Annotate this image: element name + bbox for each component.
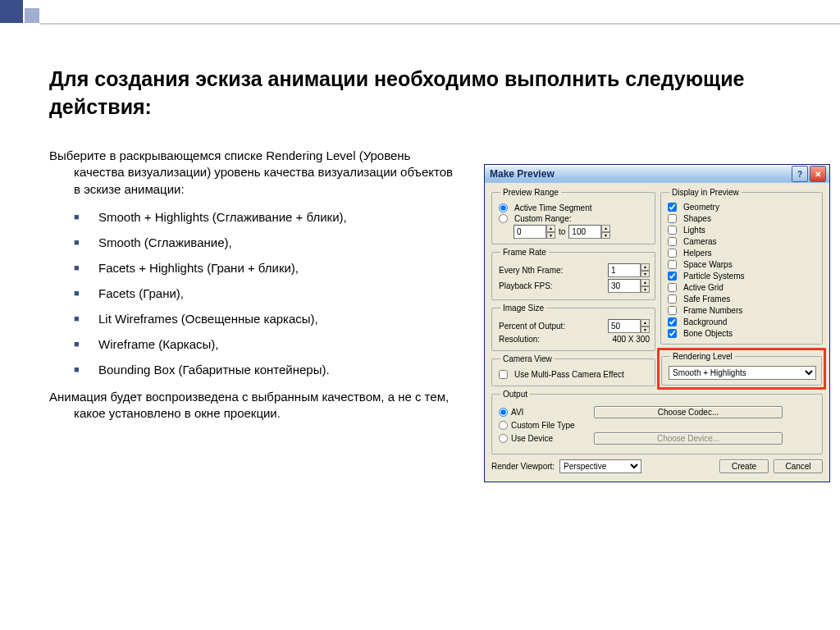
spin-up[interactable]: ▴ bbox=[546, 225, 555, 232]
display-checkbox[interactable] bbox=[668, 306, 677, 315]
display-item: Safe Frames bbox=[668, 294, 817, 304]
dialog-body: Preview Range Active Time Segment Custom… bbox=[485, 183, 829, 482]
render-viewport-label: Render Viewport: bbox=[491, 462, 555, 471]
spin-down[interactable]: ▾ bbox=[641, 326, 650, 334]
use-device-radio[interactable] bbox=[499, 434, 508, 443]
rendering-level-highlight: Rendering Level Smooth + Highlights bbox=[657, 348, 826, 390]
display-checkbox[interactable] bbox=[668, 203, 677, 212]
spin-down[interactable]: ▾ bbox=[601, 232, 610, 240]
display-checkbox[interactable] bbox=[668, 272, 677, 281]
rendering-level-select[interactable]: Smooth + Highlights bbox=[669, 366, 816, 380]
display-item: Shapes bbox=[668, 214, 817, 223]
cancel-button[interactable]: Cancel bbox=[774, 459, 823, 473]
custom-range-label: Custom Range: bbox=[514, 214, 571, 223]
active-segment-label: Active Time Segment bbox=[514, 203, 591, 212]
display-item-label: Lights bbox=[683, 226, 705, 235]
image-size-group: Image Size Percent of Output:▴▾ Resoluti… bbox=[491, 304, 655, 351]
display-checkbox[interactable] bbox=[668, 226, 677, 235]
display-item-label: Shapes bbox=[683, 214, 711, 223]
resolution-label: Resolution: bbox=[499, 335, 540, 344]
percent-output-label: Percent of Output: bbox=[499, 322, 565, 331]
options-list: Smooth + Highlights (Сглаживание + блики… bbox=[74, 210, 459, 377]
display-item: Lights bbox=[668, 226, 817, 235]
close-button[interactable]: ✕ bbox=[810, 166, 826, 182]
intro-text: Выберите в раскрывающемся списке Renderi… bbox=[49, 148, 459, 198]
corner-decoration bbox=[0, 0, 39, 23]
range-to-label: to bbox=[559, 227, 565, 236]
spin-up[interactable]: ▴ bbox=[641, 279, 650, 286]
display-item-label: Safe Frames bbox=[683, 294, 730, 304]
percent-output-input[interactable] bbox=[608, 319, 641, 333]
spin-down[interactable]: ▾ bbox=[641, 286, 650, 294]
display-checkbox[interactable] bbox=[668, 214, 677, 223]
display-item: Helpers bbox=[668, 249, 817, 258]
display-checkbox[interactable] bbox=[668, 283, 677, 292]
display-item-label: Frame Numbers bbox=[683, 306, 742, 315]
list-item: Facets + Highlights (Грани + блики), bbox=[74, 261, 459, 275]
display-checkbox[interactable] bbox=[668, 329, 677, 338]
list-item: Bounding Box (Габаритные контейнеры). bbox=[74, 363, 459, 377]
spin-up[interactable]: ▴ bbox=[641, 263, 650, 271]
slide-content: Выберите в раскрывающемся списке Renderi… bbox=[49, 148, 459, 422]
use-device-label: Use Device bbox=[511, 434, 553, 443]
display-item-label: Geometry bbox=[683, 203, 719, 212]
display-preview-legend: Display in Preview bbox=[669, 188, 742, 197]
make-preview-dialog: Make Preview ? ✕ Preview Range Active Ti… bbox=[484, 164, 830, 482]
rendering-level-legend: Rendering Level bbox=[670, 352, 735, 361]
output-group: Output AVI Choose Codec... Custom File T… bbox=[491, 390, 823, 454]
display-item-label: Cameras bbox=[683, 237, 717, 246]
image-size-legend: Image Size bbox=[500, 304, 546, 313]
custom-file-label: Custom File Type bbox=[511, 421, 575, 430]
display-item: Space Warps bbox=[668, 260, 817, 269]
avi-label: AVI bbox=[511, 408, 523, 417]
display-item-label: Particle Systems bbox=[683, 272, 744, 281]
dialog-titlebar[interactable]: Make Preview ? ✕ bbox=[485, 165, 829, 183]
render-viewport-select[interactable]: Perspective bbox=[559, 459, 641, 473]
range-from-input[interactable] bbox=[514, 225, 546, 239]
display-checkbox[interactable] bbox=[668, 237, 677, 246]
list-item: Wireframe (Каркасы), bbox=[74, 337, 459, 351]
custom-range-radio[interactable] bbox=[499, 214, 508, 223]
preview-range-group: Preview Range Active Time Segment Custom… bbox=[491, 188, 655, 244]
display-item: Background bbox=[668, 317, 817, 326]
display-item-label: Bone Objects bbox=[683, 329, 733, 338]
choose-device-button[interactable]: Choose Device... bbox=[594, 432, 783, 445]
list-item: Smooth (Сглаживание), bbox=[74, 235, 459, 249]
custom-file-radio[interactable] bbox=[499, 421, 508, 430]
choose-codec-button[interactable]: Choose Codec... bbox=[594, 406, 783, 418]
display-checkbox[interactable] bbox=[668, 249, 677, 258]
avi-radio[interactable] bbox=[499, 408, 508, 417]
spin-down[interactable]: ▾ bbox=[546, 232, 555, 240]
display-item-label: Background bbox=[683, 317, 727, 326]
display-checkbox[interactable] bbox=[668, 294, 677, 304]
rendering-level-group: Rendering Level Smooth + Highlights bbox=[661, 352, 822, 386]
list-item: Smooth + Highlights (Сглаживание + блики… bbox=[74, 210, 459, 224]
help-button[interactable]: ? bbox=[792, 166, 808, 182]
playback-fps-input[interactable] bbox=[608, 279, 641, 293]
spin-up[interactable]: ▴ bbox=[601, 225, 610, 232]
create-button[interactable]: Create bbox=[719, 459, 769, 473]
deco-square-small bbox=[25, 8, 39, 23]
active-segment-radio[interactable] bbox=[499, 203, 508, 212]
list-item: Lit Wireframes (Освещенные каркасы), bbox=[74, 312, 459, 326]
every-nth-input[interactable] bbox=[608, 263, 641, 277]
display-item: Frame Numbers bbox=[668, 306, 817, 315]
range-to-input[interactable] bbox=[568, 225, 601, 239]
list-item: Facets (Грани), bbox=[74, 286, 459, 300]
display-checkbox[interactable] bbox=[668, 260, 677, 269]
display-preview-group: Display in Preview GeometryShapesLightsC… bbox=[660, 188, 823, 345]
display-item-label: Active Grid bbox=[683, 283, 724, 292]
display-item: Cameras bbox=[668, 237, 817, 246]
display-item: Active Grid bbox=[668, 283, 817, 292]
display-item: Bone Objects bbox=[668, 329, 817, 338]
display-item: Particle Systems bbox=[668, 272, 817, 281]
spin-down[interactable]: ▾ bbox=[641, 271, 650, 278]
multipass-checkbox[interactable] bbox=[499, 370, 508, 379]
display-checkbox[interactable] bbox=[668, 317, 677, 326]
spin-up[interactable]: ▴ bbox=[641, 319, 650, 326]
frame-rate-legend: Frame Rate bbox=[500, 248, 549, 257]
every-nth-label: Every Nth Frame: bbox=[499, 266, 563, 275]
camera-view-legend: Camera View bbox=[500, 354, 555, 363]
deco-square bbox=[0, 0, 23, 23]
resolution-value: 400 X 300 bbox=[543, 335, 650, 344]
